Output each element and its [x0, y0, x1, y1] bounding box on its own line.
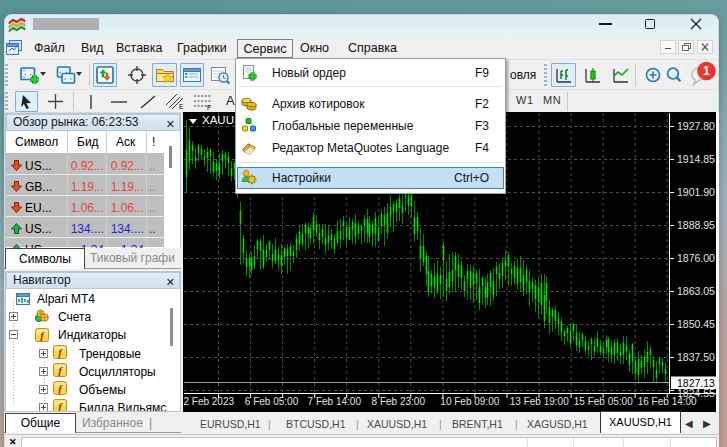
svg-text:F: F — [207, 104, 211, 111]
svg-text:1827.13: 1827.13 — [677, 377, 715, 389]
svg-text:1: 1 — [703, 64, 710, 78]
svg-text:2 Feb 2023: 2 Feb 2023 — [183, 396, 234, 407]
svg-text:1837.50: 1837.50 — [677, 351, 715, 363]
svg-text:E: E — [179, 103, 184, 110]
svg-text:15 Feb 05:00: 15 Feb 05:00 — [574, 396, 633, 407]
svg-text:1863.05: 1863.05 — [677, 285, 715, 297]
svg-text:8 Feb 23:00: 8 Feb 23:00 — [372, 396, 426, 407]
svg-text:1876.00: 1876.00 — [677, 252, 715, 264]
svg-text:7 Feb 14:00: 7 Feb 14:00 — [308, 396, 362, 407]
svg-text:1901.90: 1901.90 — [677, 186, 715, 198]
svg-text:1888.95: 1888.95 — [677, 219, 715, 231]
svg-text:6 Feb 05:00: 6 Feb 05:00 — [245, 396, 299, 407]
svg-text:1914.85: 1914.85 — [677, 153, 715, 165]
svg-text:16 Feb 14:00: 16 Feb 14:00 — [638, 396, 697, 407]
svg-text:1927.80: 1927.80 — [677, 120, 715, 132]
svg-text:13 Feb 19:00: 13 Feb 19:00 — [510, 396, 569, 407]
svg-text:1850.45: 1850.45 — [677, 318, 715, 330]
svg-text:10 Feb 09:00: 10 Feb 09:00 — [440, 396, 499, 407]
